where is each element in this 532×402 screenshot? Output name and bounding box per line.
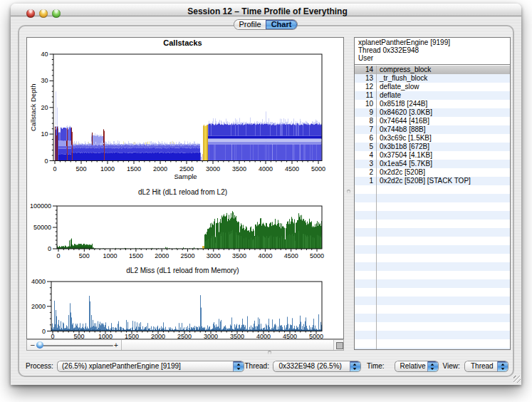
svg-text:500: 500 <box>75 165 86 172</box>
svg-text:4500: 4500 <box>284 252 298 259</box>
svg-text:2500: 2500 <box>179 165 194 172</box>
svg-text:2500: 2500 <box>180 252 194 259</box>
svg-text:2000: 2000 <box>31 303 46 310</box>
svg-text:3000: 3000 <box>206 165 220 172</box>
svg-text:4000: 4000 <box>256 333 271 340</box>
svg-text:0: 0 <box>56 252 60 259</box>
svg-text:dL2 Miss (dL1 reload from Memo: dL2 Miss (dL1 reload from Memory) <box>126 267 239 274</box>
svg-text:30: 30 <box>41 77 48 84</box>
svg-text:2000: 2000 <box>155 252 169 259</box>
svg-text:3000: 3000 <box>204 333 218 340</box>
svg-text:0: 0 <box>44 158 48 165</box>
svg-text:0: 0 <box>42 328 46 335</box>
svg-text:4000: 4000 <box>258 252 272 259</box>
svg-text:0: 0 <box>51 333 54 340</box>
svg-text:2000: 2000 <box>151 333 165 340</box>
svg-text:5000: 5000 <box>311 165 325 172</box>
svg-text:Sample: Sample <box>174 172 197 180</box>
svg-text:10: 10 <box>41 130 48 138</box>
svg-text:0: 0 <box>53 165 56 172</box>
svg-text:1000: 1000 <box>103 252 118 259</box>
svg-text:20: 20 <box>41 104 48 111</box>
svg-text:1500: 1500 <box>125 333 139 340</box>
svg-text:500: 500 <box>73 333 84 340</box>
svg-text:1000: 1000 <box>100 165 115 172</box>
svg-text:5000: 5000 <box>310 252 324 259</box>
svg-text:1500: 1500 <box>129 252 143 259</box>
svg-text:Callstacks: Callstacks <box>163 38 202 47</box>
svg-text:3500: 3500 <box>230 333 244 340</box>
svg-text:1000: 1000 <box>98 333 113 340</box>
svg-text:2000: 2000 <box>153 165 167 172</box>
svg-text:3000: 3000 <box>207 252 221 259</box>
svg-text:4500: 4500 <box>283 333 297 340</box>
svg-text:3500: 3500 <box>232 252 246 259</box>
svg-text:40: 40 <box>41 51 48 58</box>
svg-text:4500: 4500 <box>285 165 299 172</box>
svg-text:50000: 50000 <box>33 224 51 231</box>
svg-text:5000: 5000 <box>309 333 323 340</box>
svg-text:100000: 100000 <box>30 202 51 210</box>
svg-text:4000: 4000 <box>31 278 46 285</box>
svg-text:2500: 2500 <box>177 333 192 340</box>
svg-text:3500: 3500 <box>232 165 246 172</box>
svg-text:dL2 Hit (dL1 reload from L2): dL2 Hit (dL1 reload from L2) <box>138 188 227 196</box>
svg-text:4000: 4000 <box>259 165 273 172</box>
svg-text:Callstack Depth: Callstack Depth <box>29 84 37 132</box>
svg-text:1500: 1500 <box>127 165 141 172</box>
svg-text:0: 0 <box>48 245 51 252</box>
svg-text:500: 500 <box>79 252 90 259</box>
